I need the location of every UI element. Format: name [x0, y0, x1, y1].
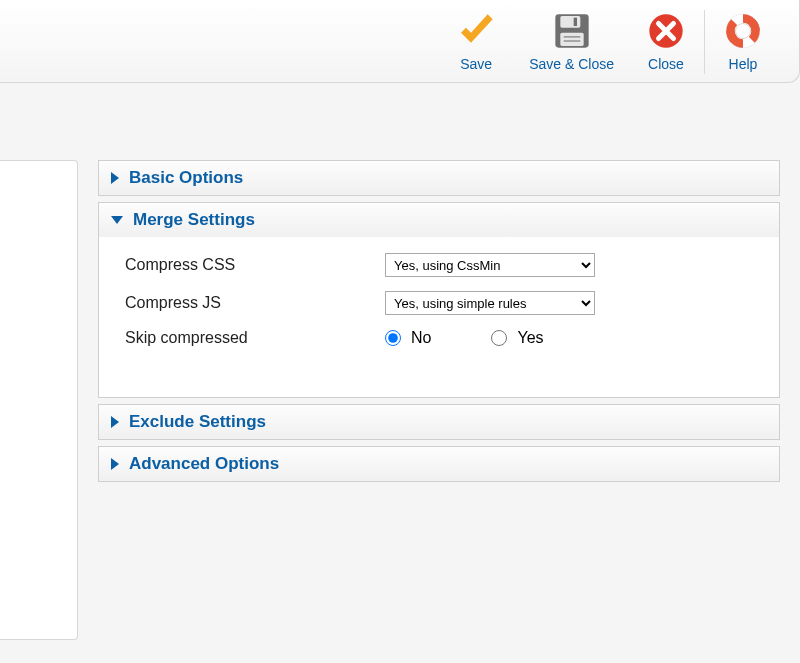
close-label: Close	[648, 56, 684, 72]
row-compress-css: Compress CSS Yes, using CssMin	[125, 253, 759, 277]
svg-rect-4	[563, 36, 580, 38]
save-close-button[interactable]: Save & Close	[513, 10, 630, 72]
radio-skip-yes[interactable]: Yes	[491, 329, 543, 347]
panel-title: Advanced Options	[129, 454, 279, 474]
panel-header-merge[interactable]: Merge Settings	[99, 203, 779, 237]
panel-merge-settings: Merge Settings Compress CSS Yes, using C…	[98, 202, 780, 398]
panel-exclude-settings: Exclude Settings	[98, 404, 780, 440]
toolbar-separator	[704, 10, 705, 74]
row-skip-compressed: Skip compressed No Yes	[125, 329, 759, 347]
lifebuoy-icon	[723, 10, 763, 52]
panel-title: Basic Options	[129, 168, 243, 188]
label-compress-css: Compress CSS	[125, 256, 385, 274]
panel-title: Exclude Settings	[129, 412, 266, 432]
close-icon	[646, 10, 686, 52]
help-label: Help	[729, 56, 758, 72]
radio-label-no: No	[411, 329, 431, 347]
label-skip-compressed: Skip compressed	[125, 329, 385, 347]
svg-rect-2	[573, 18, 576, 26]
save-button[interactable]: Save	[439, 10, 513, 72]
panel-header-basic[interactable]: Basic Options	[99, 161, 779, 195]
panel-advanced-options: Advanced Options	[98, 446, 780, 482]
check-icon	[455, 10, 497, 52]
panel-body-merge: Compress CSS Yes, using CssMin Compress …	[99, 237, 779, 397]
svg-rect-5	[563, 40, 580, 42]
floppy-icon	[552, 10, 592, 52]
help-button[interactable]: Help	[707, 10, 779, 72]
radio-group-skip: No Yes	[385, 329, 544, 347]
panel-header-exclude[interactable]: Exclude Settings	[99, 405, 779, 439]
content-area: Basic Options Merge Settings Compress CS…	[0, 160, 800, 640]
save-close-label: Save & Close	[529, 56, 614, 72]
svg-rect-3	[560, 33, 583, 46]
radio-input-yes[interactable]	[491, 330, 507, 346]
chevron-right-icon	[111, 458, 119, 470]
radio-label-yes: Yes	[517, 329, 543, 347]
chevron-right-icon	[111, 416, 119, 428]
save-label: Save	[460, 56, 492, 72]
left-panel-stub	[0, 160, 78, 640]
select-compress-css[interactable]: Yes, using CssMin	[385, 253, 595, 277]
panel-basic-options: Basic Options	[98, 160, 780, 196]
chevron-right-icon	[111, 172, 119, 184]
label-compress-js: Compress JS	[125, 294, 385, 312]
panel-header-advanced[interactable]: Advanced Options	[99, 447, 779, 481]
select-compress-js[interactable]: Yes, using simple rules	[385, 291, 595, 315]
radio-skip-no[interactable]: No	[385, 329, 431, 347]
svg-rect-1	[560, 16, 580, 28]
svg-point-8	[736, 24, 751, 39]
close-button[interactable]: Close	[630, 10, 702, 72]
options-panels: Basic Options Merge Settings Compress CS…	[98, 160, 780, 640]
radio-input-no[interactable]	[385, 330, 401, 346]
panel-title: Merge Settings	[133, 210, 255, 230]
toolbar: Save Save & Close Close	[0, 0, 800, 83]
chevron-down-icon	[111, 216, 123, 224]
row-compress-js: Compress JS Yes, using simple rules	[125, 291, 759, 315]
